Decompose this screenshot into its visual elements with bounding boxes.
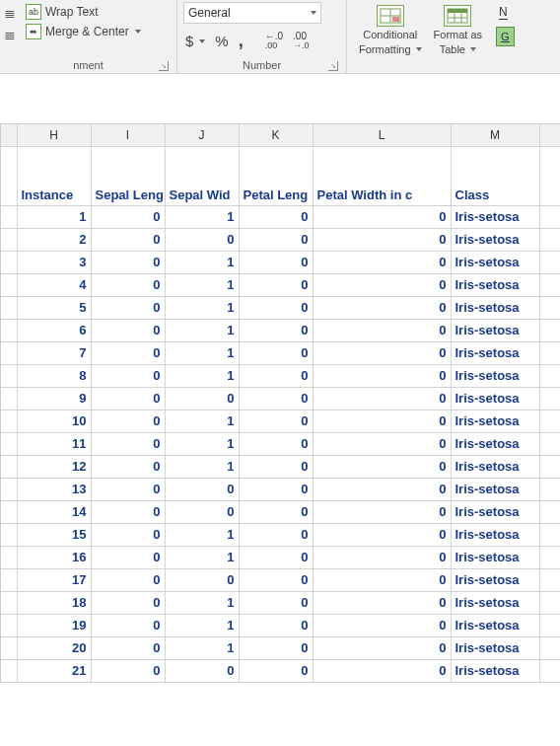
cell[interactable] bbox=[539, 455, 560, 478]
cell-petal-length[interactable]: 0 bbox=[239, 659, 313, 682]
cell-instance[interactable]: 8 bbox=[17, 364, 91, 387]
cell-petal-width[interactable]: 0 bbox=[313, 251, 451, 273]
cell-instance[interactable]: 7 bbox=[17, 341, 91, 364]
cell-sepal-width[interactable]: 1 bbox=[165, 319, 239, 341]
percent-button[interactable]: % bbox=[213, 31, 230, 51]
cell-sepal-width[interactable]: 0 bbox=[165, 478, 239, 500]
indent-icon[interactable]: ≣ bbox=[4, 5, 16, 21]
cell[interactable] bbox=[539, 636, 560, 659]
cell[interactable] bbox=[539, 319, 560, 341]
cell-instance[interactable]: 6 bbox=[17, 319, 91, 341]
cell-petal-width[interactable]: 0 bbox=[313, 500, 451, 523]
header-petal-width[interactable]: Petal Width in c bbox=[313, 146, 451, 205]
dialog-launcher-icon[interactable]: ↘ bbox=[159, 61, 169, 71]
col-header-end[interactable] bbox=[539, 124, 560, 146]
cell[interactable] bbox=[1, 614, 17, 636]
cell-sepal-length[interactable]: 0 bbox=[91, 364, 165, 387]
cell[interactable] bbox=[539, 296, 560, 319]
cell-class[interactable]: Iris-setosa bbox=[451, 568, 539, 591]
cell-petal-length[interactable]: 0 bbox=[239, 455, 313, 478]
cell[interactable] bbox=[1, 364, 17, 387]
cell-class[interactable]: Iris-setosa bbox=[451, 546, 539, 568]
cell-sepal-length[interactable]: 0 bbox=[91, 478, 165, 500]
cell[interactable] bbox=[1, 636, 17, 659]
cell-class[interactable]: Iris-setosa bbox=[451, 432, 539, 455]
cell-sepal-width[interactable]: 0 bbox=[165, 228, 239, 251]
cell-sepal-length[interactable]: 0 bbox=[91, 636, 165, 659]
cell-petal-width[interactable]: 0 bbox=[313, 228, 451, 251]
cell-petal-length[interactable]: 0 bbox=[239, 614, 313, 636]
cell-petal-length[interactable]: 0 bbox=[239, 319, 313, 341]
cell-petal-width[interactable]: 0 bbox=[313, 341, 451, 364]
header-sepal-length[interactable]: Sepal Leng bbox=[91, 146, 165, 205]
cell[interactable] bbox=[1, 410, 17, 432]
col-header-J[interactable]: J bbox=[165, 124, 239, 146]
cell-sepal-width[interactable]: 1 bbox=[165, 636, 239, 659]
cell[interactable] bbox=[539, 341, 560, 364]
outdent-icon[interactable]: ≣ bbox=[4, 27, 16, 42]
cell[interactable] bbox=[1, 251, 17, 273]
cell-instance[interactable]: 16 bbox=[17, 546, 91, 568]
cell[interactable] bbox=[1, 228, 17, 251]
cell-sepal-length[interactable]: 0 bbox=[91, 319, 165, 341]
cell-sepal-width[interactable]: 1 bbox=[165, 432, 239, 455]
cell-sepal-width[interactable]: 0 bbox=[165, 387, 239, 410]
cell-class[interactable]: Iris-setosa bbox=[451, 410, 539, 432]
header-petal-length[interactable]: Petal Leng bbox=[239, 146, 313, 205]
cell-instance[interactable]: 2 bbox=[17, 228, 91, 251]
merge-center-button[interactable]: ⬌ Merge & Center bbox=[22, 23, 145, 40]
cell[interactable] bbox=[1, 500, 17, 523]
cell-petal-length[interactable]: 0 bbox=[239, 591, 313, 614]
cell[interactable] bbox=[1, 146, 17, 205]
cell[interactable] bbox=[539, 228, 560, 251]
cell-class[interactable]: Iris-setosa bbox=[451, 205, 539, 228]
cell-instance[interactable]: 18 bbox=[17, 591, 91, 614]
header-instance[interactable]: Instance bbox=[17, 146, 91, 205]
cell-class[interactable]: Iris-setosa bbox=[451, 659, 539, 682]
cell-petal-length[interactable]: 0 bbox=[239, 410, 313, 432]
cell-petal-length[interactable]: 0 bbox=[239, 432, 313, 455]
dialog-launcher-icon[interactable]: ↘ bbox=[328, 61, 338, 71]
cell[interactable] bbox=[539, 659, 560, 682]
cell-sepal-width[interactable]: 1 bbox=[165, 205, 239, 228]
cell-petal-length[interactable]: 0 bbox=[239, 251, 313, 273]
cell[interactable] bbox=[539, 432, 560, 455]
cell[interactable] bbox=[539, 546, 560, 568]
cell[interactable] bbox=[539, 568, 560, 591]
cell-sepal-length[interactable]: 0 bbox=[91, 568, 165, 591]
cell[interactable] bbox=[1, 455, 17, 478]
cell-sepal-length[interactable]: 0 bbox=[91, 523, 165, 546]
cell[interactable] bbox=[539, 273, 560, 296]
cell[interactable] bbox=[1, 387, 17, 410]
cell[interactable] bbox=[539, 364, 560, 387]
cell-sepal-length[interactable]: 0 bbox=[91, 341, 165, 364]
wrap-text-button[interactable]: ab Wrap Text bbox=[22, 3, 145, 21]
cell-petal-width[interactable]: 0 bbox=[313, 432, 451, 455]
cell-instance[interactable]: 21 bbox=[17, 659, 91, 682]
cell[interactable] bbox=[539, 146, 560, 205]
notes-button[interactable]: N bbox=[496, 3, 515, 22]
cell-instance[interactable]: 11 bbox=[17, 432, 91, 455]
cell[interactable] bbox=[539, 478, 560, 500]
cell-sepal-width[interactable]: 0 bbox=[165, 659, 239, 682]
cell-sepal-length[interactable]: 0 bbox=[91, 659, 165, 682]
cell[interactable] bbox=[1, 523, 17, 546]
col-header-M[interactable]: M bbox=[451, 124, 539, 146]
cell-class[interactable]: Iris-setosa bbox=[451, 636, 539, 659]
cell-class[interactable]: Iris-setosa bbox=[451, 387, 539, 410]
cell-petal-length[interactable]: 0 bbox=[239, 364, 313, 387]
cell-sepal-width[interactable]: 1 bbox=[165, 591, 239, 614]
col-header-K[interactable]: K bbox=[239, 124, 313, 146]
cell-petal-length[interactable]: 0 bbox=[239, 523, 313, 546]
increase-decimal-button[interactable]: ←.0.00 bbox=[263, 30, 285, 52]
cell-class[interactable]: Iris-setosa bbox=[451, 364, 539, 387]
cell-petal-length[interactable]: 0 bbox=[239, 296, 313, 319]
cell-petal-width[interactable]: 0 bbox=[313, 205, 451, 228]
cell-class[interactable]: Iris-setosa bbox=[451, 296, 539, 319]
cell-petal-width[interactable]: 0 bbox=[313, 319, 451, 341]
cell-class[interactable]: Iris-setosa bbox=[451, 500, 539, 523]
cell-sepal-width[interactable]: 1 bbox=[165, 455, 239, 478]
cell-sepal-length[interactable]: 0 bbox=[91, 410, 165, 432]
cell-petal-width[interactable]: 0 bbox=[313, 273, 451, 296]
cell-petal-width[interactable]: 0 bbox=[313, 546, 451, 568]
